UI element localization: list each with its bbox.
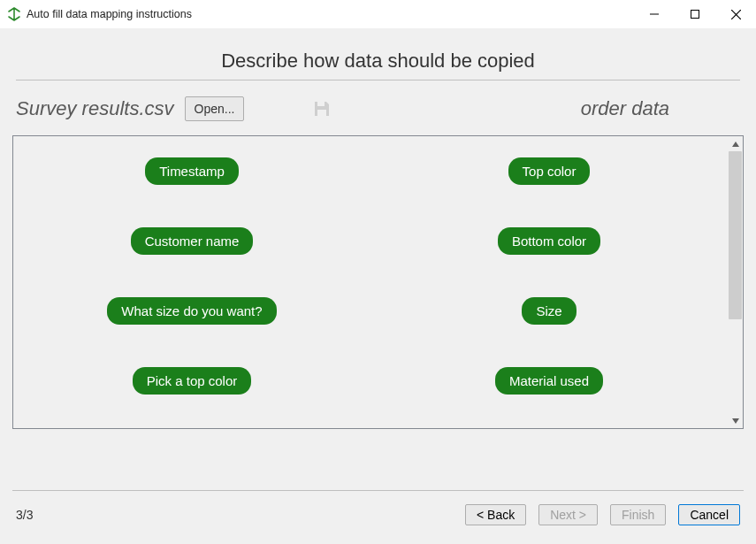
scroll-thumb[interactable] [729,151,742,319]
mapping-row: Customer name Bottom color [13,206,728,276]
app-icon [7,7,21,21]
target-field-pill[interactable]: Material used [495,367,603,395]
target-field-pill[interactable]: Top color [508,157,591,185]
scroll-up-arrow[interactable] [728,136,743,151]
svg-rect-5 [317,110,326,116]
title-bar: Auto fill data mapping instructions [0,0,756,28]
target-field-pill[interactable]: Bottom color [498,227,600,255]
mapping-row: Pick a top color Material used [13,346,728,416]
mapping-panel: Timestamp Top color Customer name Bottom… [12,135,744,429]
window-controls [634,0,756,28]
scrollbar[interactable] [728,136,743,428]
next-button: Next > [538,504,598,525]
mapping-list: Timestamp Top color Customer name Bottom… [13,136,728,428]
scroll-down-arrow[interactable] [728,413,743,428]
source-field-pill[interactable]: Timestamp [145,157,239,185]
svg-rect-4 [317,102,325,106]
cancel-button[interactable]: Cancel [678,504,740,525]
target-label: order data [581,97,669,120]
close-button[interactable] [715,0,756,28]
open-button[interactable]: Open... [185,96,245,121]
page-heading: Describe how data should be copied [0,28,756,80]
target-field-pill[interactable]: Size [522,297,576,325]
divider-bottom [12,490,744,491]
source-field-pill[interactable]: Customer name [131,227,254,255]
mapping-row: Timestamp Top color [13,136,728,206]
page-indicator: 3/3 [16,508,33,522]
window-title: Auto fill data mapping instructions [27,8,192,20]
maximize-button[interactable] [675,0,715,28]
content-area: Describe how data should be copied Surve… [0,28,756,544]
file-row: Survey results.csv Open... order data [0,80,756,135]
source-field-pill[interactable]: What size do you want? [107,297,276,325]
svg-rect-1 [691,11,699,19]
mapping-row: What size do you want? Size [13,276,728,346]
back-button[interactable]: < Back [465,504,526,525]
minimize-button[interactable] [634,0,675,28]
save-icon[interactable] [311,98,332,119]
finish-button: Finish [610,504,666,525]
source-filename: Survey results.csv [16,97,174,120]
footer: 3/3 < Back Next > Finish Cancel [0,494,756,544]
source-field-pill[interactable]: Pick a top color [133,367,252,395]
